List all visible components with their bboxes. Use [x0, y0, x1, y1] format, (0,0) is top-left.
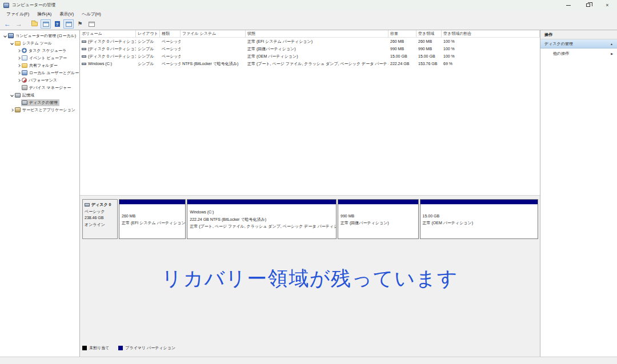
tree-device-manager[interactable]: デバイス マネージャー	[0, 84, 79, 91]
volume-cell: 990 MB	[416, 45, 442, 52]
collapse-arrow-icon[interactable]: ▲	[610, 42, 613, 46]
partition-line: 15.00 GB	[423, 213, 535, 220]
close-icon: ×	[606, 2, 608, 8]
column-header: 空き領域	[416, 30, 442, 37]
help-icon: ?	[55, 21, 60, 27]
local-users-icon	[22, 70, 27, 75]
partition-oem[interactable]: 15.00 GB正常 (OEM パーティション)	[420, 199, 538, 239]
tree-root-computer-management[interactable]: コンピューターの管理 (ローカル)	[0, 32, 79, 39]
tree-expanded-chevron-icon[interactable]	[9, 94, 14, 96]
volume-cell-text: 990 MB	[418, 47, 432, 51]
volume-row[interactable]: (ディスク 0 パーティション 1)シンプルベーシック正常 (EFI システム …	[80, 38, 540, 45]
tree-expanded-chevron-icon[interactable]	[9, 42, 14, 45]
tree-collapsed-chevron-icon[interactable]	[9, 109, 14, 111]
console-tree-toggle-button[interactable]	[41, 19, 51, 29]
tree-collapsed-chevron-icon[interactable]	[16, 64, 21, 67]
more-actions-item[interactable]: 他の操作 ▶	[540, 48, 617, 58]
restore-button[interactable]	[578, 0, 598, 10]
volume-row[interactable]: Windows (C:)シンプルベーシックNTFS (BitLocker で暗号…	[80, 60, 540, 67]
legend-item: 未割り当て	[82, 345, 109, 351]
action-pane-icon	[66, 22, 72, 27]
task-scheduler-icon	[22, 48, 27, 53]
tree-collapsed-chevron-icon[interactable]	[16, 79, 21, 82]
menu-view[interactable]: 表示(V)	[55, 10, 78, 18]
volume-cell: ベーシック	[160, 60, 181, 67]
minimize-icon	[566, 5, 571, 6]
volume-cell: (ディスク 0 パーティション 5)	[80, 52, 136, 60]
volume-cell-text: シンプル	[138, 61, 154, 67]
volume-cell-text: 100 %	[443, 39, 455, 43]
partition-line: 正常 (OEM パーティション)	[423, 220, 535, 227]
up-level-button[interactable]	[29, 19, 39, 29]
disk-name-line: ディスク 0	[85, 201, 115, 208]
tree-collapsed-chevron-icon[interactable]	[16, 72, 21, 74]
volume-cell-text: 15.00 GB	[418, 54, 435, 58]
disk-graphic-pane: ディスク 0 ベーシック 238.46 GB オンライン 260 MB正常 (E…	[80, 196, 540, 357]
tree-collapsed-chevron-icon[interactable]	[16, 57, 21, 59]
partition-line: 正常 (ブート, ページ ファイル, クラッシュ ダンプ, ベーシック データ …	[190, 223, 334, 230]
volume-cell: シンプル	[136, 52, 160, 60]
column-header: 種類	[160, 30, 181, 37]
partition-efi[interactable]: 260 MB正常 (EFI システム パーティション)	[119, 199, 186, 239]
disk-0-label[interactable]: ディスク 0 ベーシック 238.46 GB オンライン	[82, 199, 118, 239]
close-button[interactable]: ×	[598, 0, 617, 10]
volume-cell-text: 222.24 GB	[390, 62, 409, 66]
partition-recovery[interactable]: 990 MB正常 (回復パーティション)	[338, 199, 419, 239]
tree-disk-management[interactable]: ディスクの管理	[0, 99, 79, 106]
tree-services-applications[interactable]: サービスとアプリケーション	[0, 106, 79, 114]
menubar: ファイル(F)操作(A)表示(V)ヘルプ(H)	[0, 10, 617, 18]
tree-item-content: サービスとアプリケーション	[14, 107, 77, 114]
export-list-button[interactable]: ⚑	[75, 19, 85, 29]
volume-cell: 正常 (EFI システム パーティション)	[246, 38, 388, 45]
forward-button[interactable]: →	[14, 19, 24, 29]
actions-group-disk-management[interactable]: ディスクの管理 ▲	[540, 39, 617, 48]
column-header: 容量	[388, 30, 416, 37]
tree-expanded-chevron-icon[interactable]	[2, 35, 7, 37]
disk-name: ディスク 0	[91, 201, 111, 208]
tree-performance[interactable]: パフォーマンス	[0, 76, 79, 84]
volume-cell: 260 MB	[416, 38, 442, 45]
volume-cell: 260 MB	[388, 38, 416, 45]
partition-windows-c[interactable]: Windows (C:)222.24 GB NTFS (BitLocker で暗…	[187, 199, 336, 239]
volume-row[interactable]: (ディスク 0 パーティション 4)シンプルベーシック正常 (回復パーティション…	[80, 45, 540, 52]
statusbar	[0, 357, 617, 364]
action-pane-toggle-button[interactable]	[63, 19, 74, 29]
column-header: ファイル システム	[181, 30, 246, 37]
tree-item-content: タスク スケジューラ	[21, 47, 68, 54]
volume-cell: 100 %	[442, 52, 540, 60]
tree-item-label: イベント ビューアー	[29, 55, 67, 61]
tree-storage[interactable]: 記憶域	[0, 91, 79, 99]
tree-item-content: ローカル ユーザーとグループ	[21, 70, 80, 76]
volume-cell: 100 %	[442, 45, 540, 52]
volume-cell	[181, 52, 246, 60]
volume-cell-text: 正常 (EFI システム パーティション)	[247, 39, 312, 45]
properties-pane-button[interactable]	[86, 19, 97, 29]
tree-system-tools[interactable]: システム ツール	[0, 39, 79, 47]
tree-local-users-groups[interactable]: ローカル ユーザーとグループ	[0, 69, 79, 76]
menu-file[interactable]: ファイル(F)	[2, 10, 33, 18]
tree-event-viewer[interactable]: イベント ビューアー	[0, 54, 79, 62]
tree-item-content: イベント ビューアー	[21, 55, 69, 62]
menu-help[interactable]: ヘルプ(H)	[78, 10, 105, 18]
partition-line: 222.24 GB NTFS (BitLocker で暗号化済み)	[190, 216, 334, 224]
minimize-button[interactable]	[559, 0, 578, 10]
partitions-strip: 260 MB正常 (EFI システム パーティション)Windows (C:)2…	[119, 199, 538, 239]
volume-row[interactable]: (ディスク 0 パーティション 5)シンプルベーシック正常 (OEM パーティシ…	[80, 52, 540, 60]
tree-item-label: サービスとアプリケーション	[22, 107, 75, 113]
volume-cell: NTFS (BitLocker で暗号化済み)	[181, 60, 246, 67]
actions-title: 操作	[540, 30, 617, 39]
tree-shared-folders[interactable]: 共有フォルダー	[0, 62, 79, 69]
primary-partition-strip	[420, 200, 538, 204]
volume-list-header: ボリュームレイアウト種類ファイル システム状態容量空き領域空き領域の割合	[80, 30, 540, 38]
legend-color-swatch	[82, 346, 87, 350]
help-button[interactable]: ?	[52, 19, 62, 29]
volume-cell: 222.24 GB	[388, 60, 416, 67]
menu-action[interactable]: 操作(A)	[33, 10, 55, 18]
console-tree-icon	[43, 22, 49, 27]
partition-line: 260 MB	[122, 213, 183, 220]
tree-collapsed-chevron-icon[interactable]	[16, 50, 21, 52]
device-manager-icon	[22, 85, 27, 90]
tree-task-scheduler[interactable]: タスク スケジューラ	[0, 47, 79, 54]
back-button[interactable]: ←	[2, 19, 13, 29]
volume-cell-text: ベーシック	[162, 61, 181, 67]
